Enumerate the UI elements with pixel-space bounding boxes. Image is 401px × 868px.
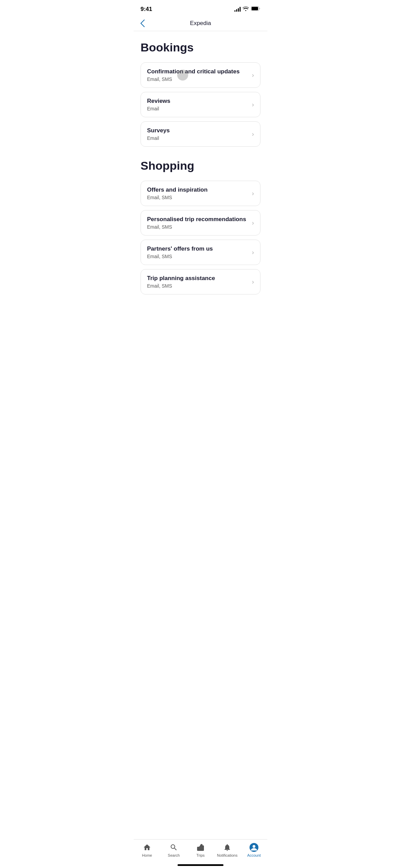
item-subtitle: Email [147,106,170,111]
wifi-icon [243,6,249,12]
item-subtitle: Email, SMS [147,76,240,82]
item-title: Reviews [147,98,170,105]
nav-header: Expedia [134,17,267,31]
signal-icon [234,7,241,12]
status-bar: 9:41 [134,0,267,17]
item-content: Reviews Email [147,98,170,111]
main-content: Bookings Confirmation and critical updat… [134,31,267,341]
list-item[interactable]: Confirmation and critical updates Email,… [141,62,260,88]
nav-title: Expedia [190,20,211,27]
status-time: 9:41 [141,6,152,13]
item-title: Personalised trip recommendations [147,216,246,223]
item-title: Partners' offers from us [147,245,213,252]
section-title-bookings: Bookings [141,41,260,54]
list-item[interactable]: Offers and inspiration Email, SMS › [141,181,260,206]
item-title: Confirmation and critical updates [147,68,240,75]
item-content: Partners' offers from us Email, SMS [147,245,213,259]
item-content: Personalised trip recommendations Email,… [147,216,246,230]
chevron-right-icon: › [252,101,254,108]
list-item[interactable]: Reviews Email › [141,92,260,117]
item-subtitle: Email, SMS [147,224,246,230]
item-content: Confirmation and critical updates Email,… [147,68,240,82]
item-content: Trip planning assistance Email, SMS [147,275,215,289]
list-item[interactable]: Personalised trip recommendations Email,… [141,210,260,236]
item-subtitle: Email, SMS [147,254,213,259]
chevron-right-icon: › [252,190,254,197]
back-button[interactable] [141,20,145,27]
item-subtitle: Email, SMS [147,283,215,289]
chevron-right-icon: › [252,278,254,286]
item-subtitle: Email [147,135,170,141]
battery-icon [251,6,260,12]
shopping-list: Offers and inspiration Email, SMS › Pers… [141,181,260,294]
chevron-right-icon: › [252,219,254,227]
item-subtitle: Email, SMS [147,195,208,200]
list-item[interactable]: Partners' offers from us Email, SMS › [141,240,260,265]
item-title: Trip planning assistance [147,275,215,282]
item-title: Offers and inspiration [147,186,208,193]
item-content: Surveys Email [147,127,170,141]
section-title-shopping: Shopping [141,159,260,172]
status-icons [234,6,260,12]
chevron-right-icon: › [252,131,254,138]
bookings-list: Confirmation and critical updates Email,… [141,62,260,147]
chevron-right-icon: › [252,72,254,79]
chevron-right-icon: › [252,249,254,256]
list-item[interactable]: Trip planning assistance Email, SMS › [141,269,260,294]
list-item[interactable]: Surveys Email › [141,121,260,147]
item-title: Surveys [147,127,170,134]
svg-rect-1 [252,7,258,10]
item-content: Offers and inspiration Email, SMS [147,186,208,200]
